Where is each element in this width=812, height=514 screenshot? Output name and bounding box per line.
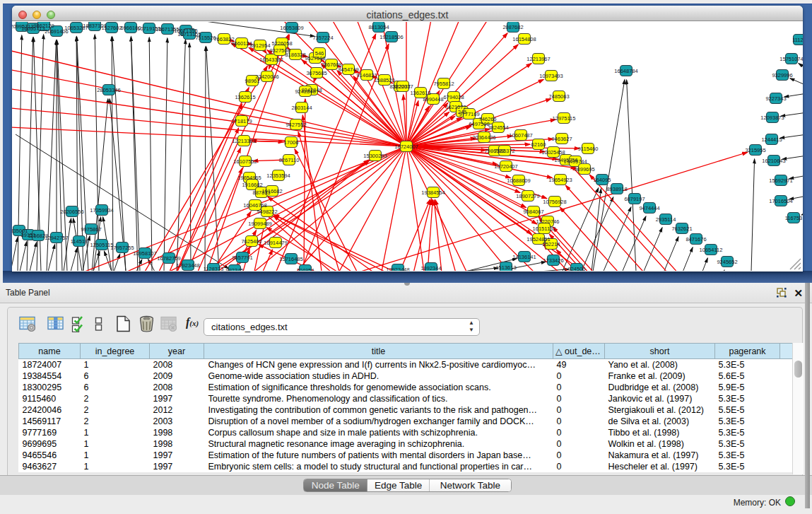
svg-text:9329996: 9329996 xyxy=(772,72,792,78)
svg-text:19384554: 19384554 xyxy=(421,189,445,196)
svg-text:164095: 164095 xyxy=(593,177,611,183)
svg-text:12353594: 12353594 xyxy=(266,173,290,179)
svg-text:3824554: 3824554 xyxy=(488,124,508,131)
svg-text:10973493: 10973493 xyxy=(539,73,563,79)
svg-text:1092344: 1092344 xyxy=(420,265,441,271)
svg-text:9657791: 9657791 xyxy=(232,255,252,261)
svg-text:7515526: 7515526 xyxy=(195,35,216,41)
svg-text:7632621: 7632621 xyxy=(671,226,692,232)
svg-text:1128373: 1128373 xyxy=(204,266,224,271)
svg-text:17006: 17006 xyxy=(284,139,299,146)
svg-text:19495744: 19495744 xyxy=(563,158,587,165)
svg-text:6879197: 6879197 xyxy=(624,196,645,202)
svg-text:2935114: 2935114 xyxy=(656,216,676,223)
svg-text:12923448: 12923448 xyxy=(386,267,409,271)
svg-text:8660124: 8660124 xyxy=(231,40,252,47)
svg-text:17957255: 17957255 xyxy=(110,245,134,251)
svg-text:16053809: 16053809 xyxy=(280,25,303,31)
svg-text:2718179: 2718179 xyxy=(231,118,252,124)
svg-text:10688609: 10688609 xyxy=(507,177,530,184)
svg-text:1916682: 1916682 xyxy=(261,188,282,194)
svg-text:16154808: 16154808 xyxy=(512,36,536,42)
svg-text:9245652: 9245652 xyxy=(717,259,737,265)
svg-text:546: 546 xyxy=(315,50,324,57)
svg-text:7485063: 7485063 xyxy=(548,93,569,100)
svg-text:6794028: 6794028 xyxy=(443,94,464,100)
svg-text:1362615: 1362615 xyxy=(410,90,430,96)
svg-text:8990448: 8990448 xyxy=(423,96,443,103)
svg-text:116753: 116753 xyxy=(785,215,802,221)
svg-text:12093873: 12093873 xyxy=(760,115,784,121)
svg-text:3822037: 3822037 xyxy=(392,83,413,90)
svg-text:28053346: 28053346 xyxy=(97,87,120,93)
svg-text:19654923: 19654923 xyxy=(548,177,572,183)
svg-text:10756928: 10756928 xyxy=(543,199,566,205)
svg-text:15751074: 15751074 xyxy=(779,56,803,62)
svg-text:15716485: 15716485 xyxy=(279,256,302,262)
svg-text:2803144: 2803144 xyxy=(291,105,312,111)
svg-text:16046768: 16046768 xyxy=(243,202,266,209)
svg-text:3215955: 3215955 xyxy=(745,147,765,153)
svg-text:17016504: 17016504 xyxy=(769,198,792,204)
svg-text:9427552: 9427552 xyxy=(286,122,306,128)
svg-text:15300293: 15300293 xyxy=(363,153,387,159)
svg-text:18907279: 18907279 xyxy=(516,193,539,199)
svg-text:19218506: 19218506 xyxy=(379,34,403,40)
svg-text:16107552: 16107552 xyxy=(233,158,257,165)
svg-text:16543382: 16543382 xyxy=(259,57,283,63)
svg-text:14136141: 14136141 xyxy=(512,254,536,260)
svg-text:11220746: 11220746 xyxy=(536,218,560,225)
svg-text:8471676: 8471676 xyxy=(686,236,706,243)
svg-text:8267110: 8267110 xyxy=(279,157,300,163)
svg-text:19099489: 19099489 xyxy=(248,221,271,227)
svg-text:9899695: 9899695 xyxy=(574,166,594,173)
svg-text:8186328: 8186328 xyxy=(285,52,305,58)
svg-text:1733426: 1733426 xyxy=(543,257,563,264)
svg-text:16210643: 16210643 xyxy=(762,158,785,164)
svg-text:8454749: 8454749 xyxy=(338,66,358,73)
svg-text:12975115: 12975115 xyxy=(553,115,576,122)
svg-text:8813054: 8813054 xyxy=(368,24,389,30)
svg-text:12213383: 12213383 xyxy=(232,138,255,144)
svg-text:9242848: 9242848 xyxy=(295,88,315,95)
svg-text:746266: 746266 xyxy=(478,116,496,122)
svg-text:10958107: 10958107 xyxy=(133,250,156,257)
svg-text:22420046: 22420046 xyxy=(255,74,278,80)
svg-text:12923448: 12923448 xyxy=(176,262,199,269)
svg-text:15720407: 15720407 xyxy=(494,163,517,170)
svg-text:9975867: 9975867 xyxy=(81,226,101,233)
svg-text:7986372: 7986372 xyxy=(494,148,514,154)
svg-text:20206556: 20206556 xyxy=(60,209,83,215)
svg-text:9084067: 9084067 xyxy=(523,209,543,215)
svg-text:16914479: 16914479 xyxy=(264,240,287,246)
svg-text:7357224: 7357224 xyxy=(312,35,333,41)
svg-text:19654965: 19654965 xyxy=(237,175,261,181)
svg-text:924506: 924506 xyxy=(567,266,585,271)
svg-text:1362615: 1362615 xyxy=(235,94,255,100)
svg-text:1588520: 1588520 xyxy=(374,77,394,83)
svg-text:12942757: 12942757 xyxy=(45,235,68,241)
svg-text:11123: 11123 xyxy=(792,37,803,43)
svg-text:10025458: 10025458 xyxy=(541,149,565,156)
svg-text:15692971: 15692971 xyxy=(769,177,792,184)
svg-text:9474444: 9474444 xyxy=(639,205,659,211)
svg-text:8912954: 8912954 xyxy=(249,42,270,49)
svg-text:1916682: 1916682 xyxy=(242,182,262,188)
svg-text:20364436: 20364436 xyxy=(472,134,495,141)
svg-text:1527602: 1527602 xyxy=(101,25,122,31)
svg-text:1513613: 1513613 xyxy=(495,264,516,271)
svg-text:5226058: 5226058 xyxy=(271,40,292,47)
svg-text:9227343: 9227343 xyxy=(765,95,786,102)
svg-text:9115460: 9115460 xyxy=(578,146,599,152)
svg-text:10607487: 10607487 xyxy=(509,132,532,139)
svg-text:9777169: 9777169 xyxy=(459,111,479,117)
svg-text:5498222: 5498222 xyxy=(257,209,277,215)
svg-text:62160: 62160 xyxy=(531,141,546,148)
svg-text:1244415: 1244415 xyxy=(761,136,782,143)
svg-text:252214: 252214 xyxy=(542,241,560,247)
svg-text:17359934: 17359934 xyxy=(90,207,113,214)
svg-text:10654112: 10654112 xyxy=(700,247,723,253)
svg-text:114519: 114519 xyxy=(71,238,88,245)
svg-text:12213967: 12213967 xyxy=(526,56,550,62)
svg-text:2087682: 2087682 xyxy=(502,24,523,30)
